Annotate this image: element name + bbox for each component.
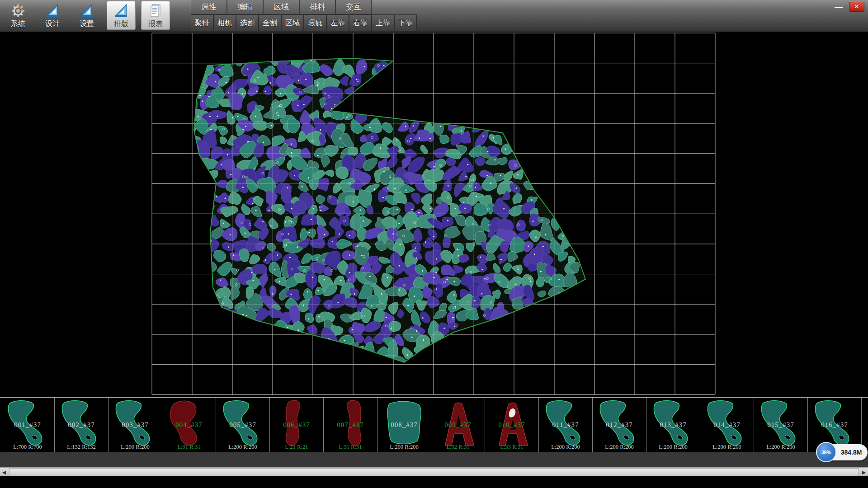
- piece-thumb-001_#37[interactable]: 001_#37L:700 R:700: [1, 398, 55, 452]
- piece-id: 008_#37: [377, 421, 431, 429]
- app-window: 系统 设计 设置 排版 报表 属性编辑区域排料交互 聚排相机选割全割区域瑕疵左靠…: [0, 0, 868, 488]
- nesting-canvas[interactable]: [0, 32, 868, 397]
- action-button-3[interactable]: 选割: [236, 14, 259, 31]
- report-icon: [148, 3, 163, 19]
- app-button-3[interactable]: 设置: [72, 1, 101, 30]
- app-button-label: 报表: [148, 20, 163, 28]
- piece-id: 015_#37: [754, 421, 807, 429]
- piece-thumb-003_#37[interactable]: 003_#37L:200 R:200: [108, 398, 162, 452]
- horizontal-scrollbar[interactable]: ◀ ▶: [0, 467, 868, 476]
- piece-lr: L:33 R:31: [485, 444, 538, 450]
- action-button-9[interactable]: 上靠: [372, 14, 394, 31]
- piece-lr: L:132 R:132: [55, 444, 108, 450]
- piece-lr: L:200 R:200: [377, 444, 431, 450]
- piece-thumb-012_#37[interactable]: 012_#37L:200 R:200: [593, 398, 646, 452]
- piece-thumb-002_#37[interactable]: 002_#37L:132 R:132: [55, 398, 108, 452]
- app-button-5[interactable]: 报表: [141, 1, 170, 30]
- piece-thumb-010_#37[interactable]: 010_#37L:33 R:31: [485, 398, 539, 452]
- action-button-8[interactable]: 右靠: [349, 14, 372, 31]
- action-button-2[interactable]: 相机: [213, 14, 236, 31]
- scroll-left-icon[interactable]: ◀: [0, 468, 8, 477]
- piece-id: 007_#37: [324, 421, 377, 429]
- piece-lr: L:21 R:21: [270, 444, 323, 450]
- action-button-7[interactable]: 左靠: [326, 14, 349, 31]
- scrollbar-thumb[interactable]: [9, 468, 859, 476]
- piece-thumb-014_#37[interactable]: 014_#37L:200 R:200: [700, 398, 754, 452]
- piece-lr: L:31 R:31: [324, 444, 377, 450]
- piece-lr: L:31 R:31: [162, 444, 216, 450]
- piece-lr: L:32 R:31: [431, 444, 485, 450]
- set-square-icon: [113, 3, 129, 19]
- action-button-6[interactable]: 瑕疵: [304, 14, 326, 31]
- piece-id: 010_#37: [485, 421, 538, 429]
- set-square-icon: [45, 3, 60, 19]
- memory-value: 384.8M: [837, 444, 866, 460]
- set-square-icon: [79, 3, 94, 19]
- piece-thumb-006_#37[interactable]: 006_#37L:21 R:21: [270, 398, 324, 452]
- menu-tab-4[interactable]: 排料: [299, 0, 335, 14]
- close-button[interactable]: ✕: [849, 2, 864, 12]
- piece-thumbnail-strip: 001_#37L:700 R:700 002_#37L:132 R:132 00…: [0, 397, 868, 452]
- piece-thumb-011_#37[interactable]: 011_#37L:200 R:200: [539, 398, 593, 452]
- app-mode-buttons: 系统 设计 设置 排版 报表: [4, 1, 170, 31]
- menu-tab-5[interactable]: 交互: [335, 0, 372, 14]
- piece-thumb-004_#37[interactable]: 004_#37L:31 R:31: [162, 398, 216, 452]
- piece-id: 001_#37: [1, 421, 54, 429]
- piece-thumb-013_#37[interactable]: 013_#37L:200 R:200: [646, 398, 700, 452]
- action-button-4[interactable]: 全割: [259, 14, 281, 31]
- piece-lr: L:200 R:200: [539, 444, 592, 450]
- piece-id: 006_#37: [270, 421, 323, 429]
- hide-nesting-view: [0, 32, 868, 397]
- piece-lr: L:200 R:200: [754, 444, 807, 450]
- piece-id: 016_#37: [808, 421, 861, 429]
- action-button-1[interactable]: 聚排: [191, 14, 213, 31]
- piece-lr: L:700 R:700: [1, 444, 54, 450]
- piece-id: 002_#37: [55, 421, 108, 429]
- app-button-2[interactable]: 设计: [38, 1, 67, 30]
- piece-id: 011_#37: [539, 421, 592, 429]
- app-button-label: 排版: [114, 20, 128, 28]
- window-controls: — ✕: [833, 2, 864, 12]
- action-button-10[interactable]: 下靠: [394, 14, 417, 31]
- action-button-row: 聚排相机选割全割区域瑕疵左靠右靠上靠下靠: [191, 14, 417, 31]
- menu-tab-3[interactable]: 区域: [263, 0, 299, 14]
- minimize-button[interactable]: —: [833, 2, 844, 11]
- ribbon: 属性编辑区域排料交互 聚排相机选割全割区域瑕疵左靠右靠上靠下靠: [191, 0, 417, 31]
- scroll-right-icon[interactable]: ▶: [860, 468, 868, 477]
- piece-id: 009_#37: [431, 421, 485, 429]
- piece-lr: L:200 R:200: [646, 444, 700, 450]
- piece-lr: L:200 R:200: [108, 444, 162, 450]
- menu-tab-1[interactable]: 属性: [191, 0, 227, 14]
- menu-tab-row: 属性编辑区域排料交互: [191, 0, 417, 14]
- progress-badge: 38%: [816, 442, 836, 462]
- piece-id: 003_#37: [108, 421, 162, 429]
- main-toolbar: 系统 设计 设置 排版 报表 属性编辑区域排料交互 聚排相机选割全割区域瑕疵左靠…: [0, 0, 868, 32]
- piece-thumb-009_#37[interactable]: 009_#37L:32 R:31: [431, 398, 485, 452]
- menu-tab-2[interactable]: 编辑: [227, 0, 263, 14]
- piece-thumb-008_#37[interactable]: 008_#37L:200 R:200: [377, 398, 431, 452]
- piece-id: 013_#37: [646, 421, 700, 429]
- piece-id: 012_#37: [593, 421, 646, 429]
- gear-icon: [10, 3, 26, 19]
- piece-id: 014_#37: [700, 421, 754, 429]
- app-button-label: 设置: [80, 20, 94, 28]
- app-button-label: 系统: [11, 20, 25, 28]
- piece-lr: L:200 R:200: [216, 444, 269, 450]
- piece-id: 004_#37: [162, 421, 216, 429]
- piece-lr: L:200 R:200: [593, 444, 646, 450]
- app-button-4[interactable]: 排版: [107, 1, 136, 30]
- app-button-label: 设计: [45, 20, 60, 28]
- piece-thumb-005_#37[interactable]: 005_#37L:200 R:200: [216, 398, 270, 452]
- piece-thumb-015_#37[interactable]: 015_#37L:200 R:200: [754, 398, 808, 452]
- piece-thumb-007_#37[interactable]: 007_#37L:31 R:31: [324, 398, 377, 452]
- piece-lr: L:200 R:200: [700, 444, 754, 450]
- action-button-5[interactable]: 区域: [281, 14, 304, 31]
- piece-id: 005_#37: [216, 421, 269, 429]
- app-button-1[interactable]: 系统: [4, 1, 33, 30]
- status-gap-bar: [0, 452, 868, 467]
